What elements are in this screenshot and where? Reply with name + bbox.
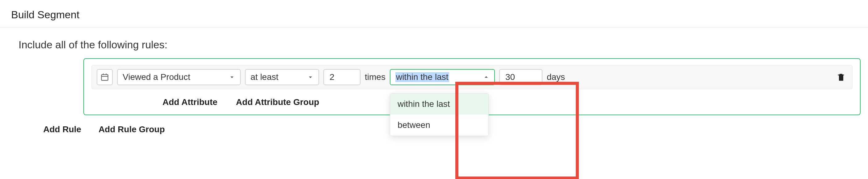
time-range-select[interactable]: within the last xyxy=(390,69,495,85)
add-rule-button[interactable]: Add Rule xyxy=(43,125,81,134)
operator-select[interactable]: at least xyxy=(245,69,319,85)
event-select-value: Viewed a Product xyxy=(123,72,190,82)
rule-card: Viewed a Product at least times within t… xyxy=(84,58,861,115)
add-attribute-group-button[interactable]: Add Attribute Group xyxy=(236,97,319,107)
time-range-select-value: within the last xyxy=(395,72,449,82)
days-label: days xyxy=(547,72,565,82)
times-label: times xyxy=(365,72,385,82)
count-input[interactable] xyxy=(323,69,361,85)
caret-up-icon xyxy=(483,74,489,80)
svg-rect-0 xyxy=(102,75,108,80)
days-input-field[interactable] xyxy=(505,70,537,84)
rule-row: Viewed a Product at least times within t… xyxy=(91,65,852,89)
time-range-dropdown: within the last between xyxy=(390,93,489,136)
add-attribute-button[interactable]: Add Attribute xyxy=(162,97,217,107)
page-title: Build Segment xyxy=(0,0,868,28)
caret-down-icon xyxy=(229,74,235,80)
operator-select-value: at least xyxy=(250,72,278,82)
time-range-option-between[interactable]: between xyxy=(390,114,488,136)
caret-down-icon xyxy=(307,74,313,80)
calendar-icon[interactable] xyxy=(97,69,113,85)
add-rule-group-button[interactable]: Add Rule Group xyxy=(98,125,165,134)
event-select[interactable]: Viewed a Product xyxy=(117,69,241,85)
time-range-option-within[interactable]: within the last xyxy=(390,94,488,114)
delete-rule-button[interactable] xyxy=(835,71,847,83)
count-input-field[interactable] xyxy=(329,70,355,84)
days-input[interactable] xyxy=(499,69,542,85)
rules-intro-text: Include all of the following rules: xyxy=(0,28,868,58)
